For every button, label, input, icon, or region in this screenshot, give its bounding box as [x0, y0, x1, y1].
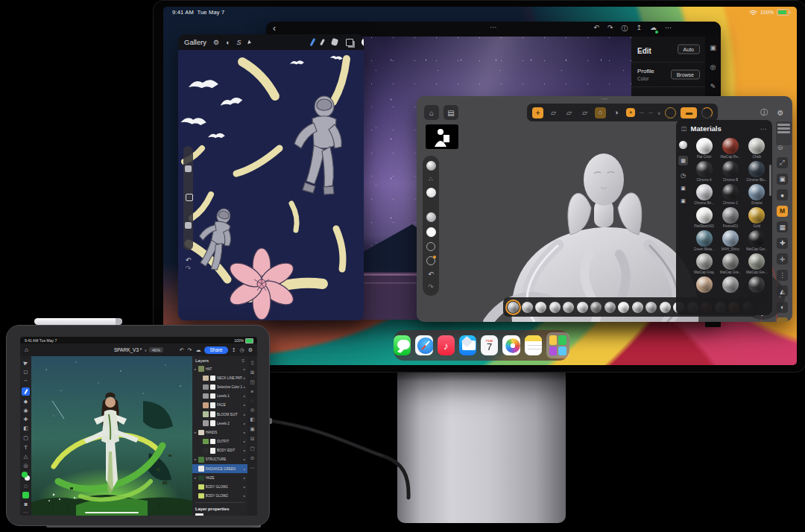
- layer-row[interactable]: BLOOM SUIT●: [192, 410, 247, 419]
- eraser-tool-icon[interactable]: ◆: [24, 399, 28, 405]
- undo-icon[interactable]: ↶: [180, 347, 184, 353]
- visibility-eye-icon[interactable]: ●: [244, 457, 245, 461]
- move-tool-icon[interactable]: ▶: [23, 359, 29, 366]
- healing-tool-icon[interactable]: ✚: [24, 417, 28, 422]
- messages-app-icon[interactable]: [394, 335, 411, 355]
- layer-thumbnail: [198, 475, 204, 481]
- visibility-eye-icon[interactable]: ●: [244, 385, 245, 389]
- type-tool-icon[interactable]: T: [24, 444, 28, 451]
- layer-row[interactable]: OUTFIT●: [192, 437, 247, 446]
- layer-row[interactable]: BODY EDIT●: [192, 446, 247, 455]
- visibility-eye-icon[interactable]: ●: [244, 431, 245, 434]
- visibility-eye-icon[interactable]: ●: [244, 494, 245, 498]
- document-title[interactable]: SPARK_V3 *: [114, 347, 142, 352]
- mask-icon[interactable]: ◙: [24, 501, 27, 507]
- home-indicator[interactable]: [85, 512, 139, 514]
- adjustment-icon[interactable]: ◫: [250, 379, 254, 385]
- layer-thumbnail: [203, 393, 209, 399]
- home-icon[interactable]: ⌂: [25, 346, 28, 353]
- layer-row[interactable]: RADIANCE GREEN●: [192, 464, 247, 473]
- display-time: 9:41 AM: [172, 9, 194, 16]
- layer-row[interactable]: BODY GLOW2●: [192, 492, 247, 501]
- fx-icon[interactable]: ◎: [250, 407, 255, 413]
- color-chips[interactable]: [22, 472, 30, 481]
- lasso-tool-icon[interactable]: ∽: [24, 378, 28, 384]
- mask-panel-icon[interactable]: ◧: [250, 417, 254, 422]
- visibility-eye-icon[interactable]: ●: [244, 413, 245, 417]
- visibility-eye-icon[interactable]: ●: [244, 449, 245, 452]
- ipad: 9:41 AM Tue May 7 100% ⌂ SPARK_V3 * ∨ 46…: [6, 325, 270, 526]
- shape-tool-icon[interactable]: △: [24, 454, 28, 460]
- display-date: Tue May 7: [198, 9, 225, 16]
- layer-name: HAZE: [206, 476, 242, 480]
- group-chevron-icon[interactable]: ▸: [195, 367, 197, 371]
- help-icon[interactable]: ⊙: [250, 455, 254, 461]
- layer-row[interactable]: Levels 2●: [192, 419, 247, 428]
- layer-row[interactable]: ▸HANDS●: [192, 428, 247, 437]
- photoshop-right-rail: ▯ ⊞ ◫ ≡ ◌ ◎ ◧ ▣ ⊟ ▢ ⊙ ⋯: [247, 356, 257, 516]
- redo-icon[interactable]: ↷: [188, 347, 192, 353]
- history-icon[interactable]: ◷: [240, 347, 244, 353]
- mail-app-icon[interactable]: [459, 335, 476, 355]
- visibility-eye-icon[interactable]: ●: [244, 394, 245, 398]
- layer-row[interactable]: ▸STRUCTURE●: [192, 455, 247, 464]
- group-chevron-icon[interactable]: ▸: [195, 457, 197, 461]
- visibility-eye-icon[interactable]: ●: [244, 376, 245, 380]
- zoom-level[interactable]: 46%: [149, 347, 163, 352]
- clone-tool-icon[interactable]: ◉: [23, 408, 28, 414]
- layer-row[interactable]: FACE●: [192, 401, 247, 410]
- properties-thumbnail: [195, 513, 203, 516]
- group-chevron-icon[interactable]: ▸: [195, 431, 197, 434]
- select-panel-icon[interactable]: ▣: [250, 426, 254, 432]
- layer-row[interactable]: NECK LINE PATCH●: [192, 373, 247, 382]
- filter-icon[interactable]: ≡: [242, 358, 244, 363]
- crop-tool-icon[interactable]: ▢: [23, 435, 28, 441]
- calendar-app-icon[interactable]: TUE 7: [481, 335, 498, 355]
- marquee-tool-icon[interactable]: ◻: [24, 369, 28, 375]
- group-chevron-icon[interactable]: ▸: [195, 476, 197, 480]
- layer-row[interactable]: ▸HAT●: [192, 364, 247, 373]
- layer-name: Levels 1: [217, 394, 242, 398]
- layer-name: RADIANCE GREEN: [206, 467, 242, 471]
- visibility-eye-icon[interactable]: ●: [244, 440, 245, 443]
- music-app-icon[interactable]: ♪: [438, 335, 455, 355]
- chevron-down-icon[interactable]: ∨: [144, 348, 147, 352]
- export-icon[interactable]: ↥: [232, 347, 236, 353]
- settings-gear-icon[interactable]: ⚙: [248, 347, 253, 353]
- gradient-tool-icon[interactable]: ◧: [23, 425, 28, 431]
- comments-icon[interactable]: ◌: [251, 398, 254, 403]
- properties-icon[interactable]: ≡: [251, 389, 254, 394]
- share-button[interactable]: Share: [204, 346, 227, 354]
- apple-pencil: [34, 318, 122, 325]
- layer-row[interactable]: Selective Color 1●: [192, 382, 247, 391]
- new-layer-icon[interactable]: ⊞: [250, 370, 254, 376]
- visibility-eye-icon[interactable]: ●: [244, 403, 245, 407]
- visibility-eye-icon[interactable]: ●: [244, 485, 245, 489]
- eyedropper-tool-icon[interactable]: ◎: [23, 463, 28, 469]
- more-tools-icon[interactable]: ▢: [24, 484, 28, 488]
- photos-app-icon[interactable]: [502, 335, 520, 355]
- visibility-eye-icon[interactable]: ●: [244, 467, 245, 471]
- layer-row[interactable]: Levels 1●: [192, 392, 247, 401]
- more-panels-icon[interactable]: ⋯: [250, 465, 255, 471]
- layer-row[interactable]: BODY GLOW1●: [192, 482, 247, 491]
- notes-app-icon[interactable]: [525, 335, 542, 355]
- layer-row[interactable]: ▸HAZE●: [192, 473, 247, 482]
- crop-panel-icon[interactable]: ▢: [250, 446, 254, 452]
- layer-thumbnail: [203, 411, 209, 417]
- layer-thumbnail: [198, 430, 204, 436]
- delete-layer-icon[interactable]: ▯: [251, 360, 254, 366]
- layer-thumbnail: [198, 493, 204, 499]
- safari-app-icon[interactable]: [415, 335, 432, 355]
- app-library-icon[interactable]: [546, 332, 569, 358]
- visibility-eye-icon[interactable]: ●: [244, 476, 245, 480]
- photoshop-canvas[interactable]: [31, 356, 192, 516]
- cloud-icon[interactable]: ☁: [195, 347, 201, 353]
- brush-tool-icon[interactable]: [22, 387, 30, 396]
- display-battery-percent: 100%: [760, 10, 774, 15]
- overflow-icon[interactable]: ⋯: [23, 510, 28, 516]
- foreground-swatch[interactable]: [22, 492, 29, 498]
- libraries-icon[interactable]: ⊟: [250, 436, 254, 442]
- visibility-eye-icon[interactable]: ●: [244, 367, 245, 371]
- visibility-eye-icon[interactable]: ●: [244, 422, 245, 425]
